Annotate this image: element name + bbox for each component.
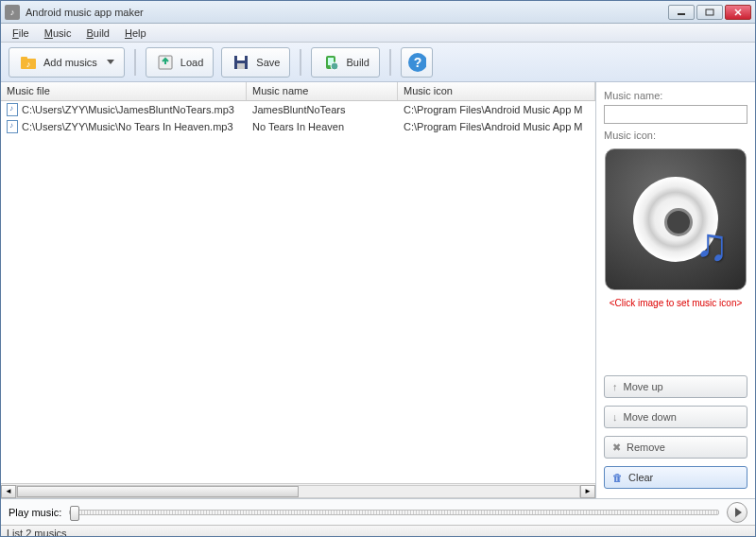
table-row[interactable]: C:\Users\ZYY\Music\JamesBluntNoTears.mp3… — [1, 101, 595, 118]
app-icon: ♪ — [5, 5, 20, 20]
music-name-label: Music name: — [604, 90, 747, 101]
save-icon — [232, 53, 250, 72]
play-button[interactable] — [727, 502, 747, 523]
menu-build[interactable]: Build — [78, 26, 116, 41]
play-music-label: Play music: — [9, 507, 61, 518]
load-label: Load — [180, 57, 203, 68]
clear-icon: 🗑 — [612, 472, 623, 483]
scroll-track[interactable] — [16, 485, 580, 498]
play-icon — [735, 508, 742, 517]
music-icon-preview[interactable]: ♫ — [605, 148, 747, 290]
music-folder-icon: ♪ — [19, 53, 38, 72]
add-musics-label: Add musics — [43, 57, 97, 68]
svg-text:?: ? — [414, 55, 422, 70]
arrow-up-icon: ↑ — [612, 381, 618, 392]
build-label: Build — [346, 57, 369, 68]
scroll-thumb[interactable] — [17, 486, 299, 497]
col-music-file[interactable]: Music file — [1, 82, 247, 100]
move-up-button[interactable]: ↑Move up — [604, 375, 747, 398]
window-title: Android music app maker — [26, 7, 668, 18]
icon-hint: <Click image to set music icon> — [604, 298, 747, 308]
titlebar: ♪ Android music app maker — [1, 1, 755, 24]
scroll-right-arrow[interactable]: ► — [580, 485, 595, 498]
status-text: List 2 musics — [7, 528, 67, 537]
menu-file[interactable]: File — [5, 26, 37, 41]
table-row[interactable]: C:\Users\ZYY\Music\No Tears In Heaven.mp… — [1, 118, 595, 135]
remove-button[interactable]: ✖Remove — [604, 436, 747, 459]
add-musics-button[interactable]: ♪ Add musics — [9, 47, 125, 78]
details-pane: Music name: Music icon: ♫ <Click image t… — [596, 82, 755, 498]
music-note-icon: ♫ — [695, 218, 729, 270]
move-down-button[interactable]: ↓Move down — [604, 406, 747, 428]
svg-rect-1 — [706, 9, 713, 15]
load-icon — [156, 53, 175, 72]
svg-rect-0 — [678, 13, 685, 15]
statusbar: List 2 musics — [1, 525, 755, 537]
load-button[interactable]: Load — [146, 47, 214, 78]
table-header: Music file Music name Music icon — [1, 82, 595, 101]
maximize-button[interactable] — [696, 5, 723, 20]
audio-file-icon — [7, 103, 18, 116]
music-icon-label: Music icon: — [604, 130, 747, 141]
save-label: Save — [256, 57, 280, 68]
close-button[interactable] — [725, 5, 751, 20]
col-music-icon[interactable]: Music icon — [398, 82, 595, 100]
toolbar-separator — [300, 49, 301, 76]
col-music-name[interactable]: Music name — [247, 82, 398, 100]
music-name-input[interactable] — [604, 105, 747, 124]
toolbar-separator — [389, 49, 391, 76]
horizontal-scrollbar[interactable]: ◄ ► — [1, 483, 595, 498]
svg-text:♪: ♪ — [26, 60, 31, 69]
svg-point-13 — [331, 62, 338, 70]
table-body[interactable]: C:\Users\ZYY\Music\JamesBluntNoTears.mp3… — [1, 101, 595, 483]
save-button[interactable]: Save — [221, 47, 290, 78]
menu-music[interactable]: Music — [37, 26, 79, 41]
minimize-button[interactable] — [668, 5, 695, 20]
audio-file-icon — [7, 120, 18, 133]
remove-icon: ✖ — [612, 442, 621, 454]
clear-button[interactable]: 🗑Clear — [604, 466, 747, 489]
menu-help[interactable]: Help — [117, 26, 154, 41]
dropdown-caret-icon — [107, 60, 114, 64]
toolbar-separator — [134, 49, 136, 76]
scroll-left-arrow[interactable]: ◄ — [1, 485, 16, 498]
build-icon — [321, 53, 340, 72]
svg-rect-10 — [237, 63, 245, 69]
playbar: Play music: — [1, 498, 755, 525]
arrow-down-icon: ↓ — [612, 411, 618, 423]
help-icon: ? — [407, 53, 426, 72]
toolbar: ♪ Add musics Load Save Build ? — [1, 43, 755, 82]
help-button[interactable]: ? — [401, 47, 433, 78]
build-button[interactable]: Build — [311, 47, 379, 78]
menubar: File Music Build Help — [1, 24, 755, 43]
seek-thumb[interactable] — [70, 506, 79, 521]
svg-rect-9 — [237, 56, 245, 61]
music-list-pane: Music file Music name Music icon C:\User… — [1, 82, 596, 498]
seek-slider[interactable] — [69, 510, 719, 515]
